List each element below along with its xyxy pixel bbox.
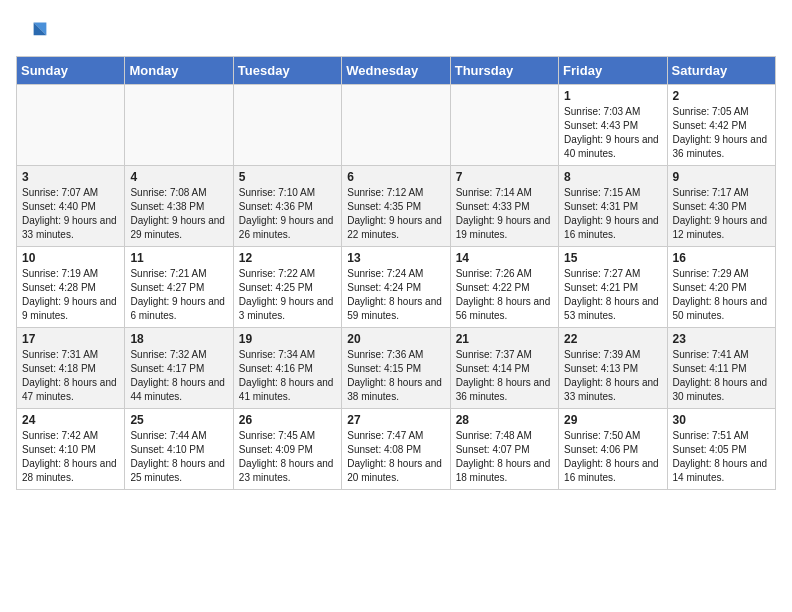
- calendar-week-row: 10Sunrise: 7:19 AM Sunset: 4:28 PM Dayli…: [17, 247, 776, 328]
- calendar-cell: 10Sunrise: 7:19 AM Sunset: 4:28 PM Dayli…: [17, 247, 125, 328]
- day-info: Sunrise: 7:32 AM Sunset: 4:17 PM Dayligh…: [130, 348, 227, 404]
- day-info: Sunrise: 7:34 AM Sunset: 4:16 PM Dayligh…: [239, 348, 336, 404]
- calendar-header-row: SundayMondayTuesdayWednesdayThursdayFrid…: [17, 57, 776, 85]
- day-number: 23: [673, 332, 770, 346]
- calendar-cell: 9Sunrise: 7:17 AM Sunset: 4:30 PM Daylig…: [667, 166, 775, 247]
- day-info: Sunrise: 7:47 AM Sunset: 4:08 PM Dayligh…: [347, 429, 444, 485]
- day-info: Sunrise: 7:10 AM Sunset: 4:36 PM Dayligh…: [239, 186, 336, 242]
- calendar-cell: 19Sunrise: 7:34 AM Sunset: 4:16 PM Dayli…: [233, 328, 341, 409]
- calendar-cell: 8Sunrise: 7:15 AM Sunset: 4:31 PM Daylig…: [559, 166, 667, 247]
- calendar-week-row: 17Sunrise: 7:31 AM Sunset: 4:18 PM Dayli…: [17, 328, 776, 409]
- calendar-cell: 18Sunrise: 7:32 AM Sunset: 4:17 PM Dayli…: [125, 328, 233, 409]
- calendar-cell: 15Sunrise: 7:27 AM Sunset: 4:21 PM Dayli…: [559, 247, 667, 328]
- day-info: Sunrise: 7:24 AM Sunset: 4:24 PM Dayligh…: [347, 267, 444, 323]
- day-number: 4: [130, 170, 227, 184]
- day-info: Sunrise: 7:17 AM Sunset: 4:30 PM Dayligh…: [673, 186, 770, 242]
- day-info: Sunrise: 7:19 AM Sunset: 4:28 PM Dayligh…: [22, 267, 119, 323]
- calendar-cell: 5Sunrise: 7:10 AM Sunset: 4:36 PM Daylig…: [233, 166, 341, 247]
- day-number: 8: [564, 170, 661, 184]
- logo-icon: [16, 16, 48, 48]
- day-number: 16: [673, 251, 770, 265]
- day-number: 5: [239, 170, 336, 184]
- day-info: Sunrise: 7:22 AM Sunset: 4:25 PM Dayligh…: [239, 267, 336, 323]
- day-info: Sunrise: 7:31 AM Sunset: 4:18 PM Dayligh…: [22, 348, 119, 404]
- day-info: Sunrise: 7:08 AM Sunset: 4:38 PM Dayligh…: [130, 186, 227, 242]
- calendar-cell: 21Sunrise: 7:37 AM Sunset: 4:14 PM Dayli…: [450, 328, 558, 409]
- calendar-table: SundayMondayTuesdayWednesdayThursdayFrid…: [16, 56, 776, 490]
- logo: [16, 16, 52, 48]
- day-info: Sunrise: 7:21 AM Sunset: 4:27 PM Dayligh…: [130, 267, 227, 323]
- day-number: 14: [456, 251, 553, 265]
- calendar-cell: 7Sunrise: 7:14 AM Sunset: 4:33 PM Daylig…: [450, 166, 558, 247]
- calendar-cell: 4Sunrise: 7:08 AM Sunset: 4:38 PM Daylig…: [125, 166, 233, 247]
- day-number: 22: [564, 332, 661, 346]
- weekday-header: Tuesday: [233, 57, 341, 85]
- calendar-cell: 27Sunrise: 7:47 AM Sunset: 4:08 PM Dayli…: [342, 409, 450, 490]
- day-info: Sunrise: 7:36 AM Sunset: 4:15 PM Dayligh…: [347, 348, 444, 404]
- calendar-cell: 26Sunrise: 7:45 AM Sunset: 4:09 PM Dayli…: [233, 409, 341, 490]
- calendar-cell: 24Sunrise: 7:42 AM Sunset: 4:10 PM Dayli…: [17, 409, 125, 490]
- day-info: Sunrise: 7:42 AM Sunset: 4:10 PM Dayligh…: [22, 429, 119, 485]
- day-number: 26: [239, 413, 336, 427]
- calendar-cell: 6Sunrise: 7:12 AM Sunset: 4:35 PM Daylig…: [342, 166, 450, 247]
- day-info: Sunrise: 7:51 AM Sunset: 4:05 PM Dayligh…: [673, 429, 770, 485]
- weekday-header: Friday: [559, 57, 667, 85]
- day-info: Sunrise: 7:07 AM Sunset: 4:40 PM Dayligh…: [22, 186, 119, 242]
- calendar-cell: 2Sunrise: 7:05 AM Sunset: 4:42 PM Daylig…: [667, 85, 775, 166]
- day-info: Sunrise: 7:03 AM Sunset: 4:43 PM Dayligh…: [564, 105, 661, 161]
- day-info: Sunrise: 7:39 AM Sunset: 4:13 PM Dayligh…: [564, 348, 661, 404]
- calendar-cell: 16Sunrise: 7:29 AM Sunset: 4:20 PM Dayli…: [667, 247, 775, 328]
- day-number: 24: [22, 413, 119, 427]
- calendar-cell: 20Sunrise: 7:36 AM Sunset: 4:15 PM Dayli…: [342, 328, 450, 409]
- weekday-header: Thursday: [450, 57, 558, 85]
- day-number: 6: [347, 170, 444, 184]
- calendar-cell: 17Sunrise: 7:31 AM Sunset: 4:18 PM Dayli…: [17, 328, 125, 409]
- day-number: 27: [347, 413, 444, 427]
- calendar-week-row: 3Sunrise: 7:07 AM Sunset: 4:40 PM Daylig…: [17, 166, 776, 247]
- day-number: 18: [130, 332, 227, 346]
- weekday-header: Wednesday: [342, 57, 450, 85]
- calendar-cell: 13Sunrise: 7:24 AM Sunset: 4:24 PM Dayli…: [342, 247, 450, 328]
- day-info: Sunrise: 7:45 AM Sunset: 4:09 PM Dayligh…: [239, 429, 336, 485]
- day-number: 2: [673, 89, 770, 103]
- day-info: Sunrise: 7:26 AM Sunset: 4:22 PM Dayligh…: [456, 267, 553, 323]
- day-number: 19: [239, 332, 336, 346]
- day-number: 20: [347, 332, 444, 346]
- calendar-cell: [17, 85, 125, 166]
- day-info: Sunrise: 7:44 AM Sunset: 4:10 PM Dayligh…: [130, 429, 227, 485]
- calendar-cell: [233, 85, 341, 166]
- day-info: Sunrise: 7:48 AM Sunset: 4:07 PM Dayligh…: [456, 429, 553, 485]
- day-number: 25: [130, 413, 227, 427]
- calendar-cell: [342, 85, 450, 166]
- day-number: 11: [130, 251, 227, 265]
- day-info: Sunrise: 7:15 AM Sunset: 4:31 PM Dayligh…: [564, 186, 661, 242]
- day-number: 28: [456, 413, 553, 427]
- calendar-cell: 29Sunrise: 7:50 AM Sunset: 4:06 PM Dayli…: [559, 409, 667, 490]
- weekday-header: Sunday: [17, 57, 125, 85]
- calendar-cell: 11Sunrise: 7:21 AM Sunset: 4:27 PM Dayli…: [125, 247, 233, 328]
- day-number: 1: [564, 89, 661, 103]
- page-header: [16, 16, 776, 48]
- day-number: 7: [456, 170, 553, 184]
- day-number: 3: [22, 170, 119, 184]
- calendar-cell: [125, 85, 233, 166]
- calendar-cell: 12Sunrise: 7:22 AM Sunset: 4:25 PM Dayli…: [233, 247, 341, 328]
- calendar-cell: 3Sunrise: 7:07 AM Sunset: 4:40 PM Daylig…: [17, 166, 125, 247]
- day-info: Sunrise: 7:50 AM Sunset: 4:06 PM Dayligh…: [564, 429, 661, 485]
- day-info: Sunrise: 7:37 AM Sunset: 4:14 PM Dayligh…: [456, 348, 553, 404]
- day-number: 30: [673, 413, 770, 427]
- calendar-cell: 30Sunrise: 7:51 AM Sunset: 4:05 PM Dayli…: [667, 409, 775, 490]
- calendar-cell: 14Sunrise: 7:26 AM Sunset: 4:22 PM Dayli…: [450, 247, 558, 328]
- day-number: 29: [564, 413, 661, 427]
- day-number: 21: [456, 332, 553, 346]
- calendar-week-row: 1Sunrise: 7:03 AM Sunset: 4:43 PM Daylig…: [17, 85, 776, 166]
- day-number: 12: [239, 251, 336, 265]
- day-info: Sunrise: 7:41 AM Sunset: 4:11 PM Dayligh…: [673, 348, 770, 404]
- day-number: 15: [564, 251, 661, 265]
- calendar-cell: 23Sunrise: 7:41 AM Sunset: 4:11 PM Dayli…: [667, 328, 775, 409]
- calendar-cell: [450, 85, 558, 166]
- day-info: Sunrise: 7:12 AM Sunset: 4:35 PM Dayligh…: [347, 186, 444, 242]
- day-info: Sunrise: 7:05 AM Sunset: 4:42 PM Dayligh…: [673, 105, 770, 161]
- day-number: 17: [22, 332, 119, 346]
- weekday-header: Monday: [125, 57, 233, 85]
